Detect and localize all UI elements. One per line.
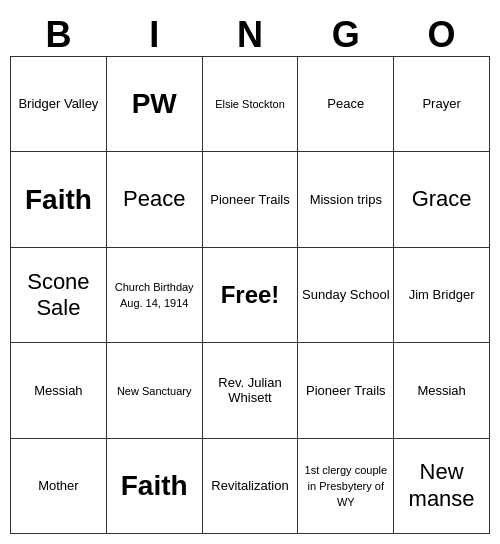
cell-r1-c3: Mission trips: [298, 152, 394, 247]
cell-r2-c3: Sunday School: [298, 247, 394, 342]
cell-r4-c4: New manse: [394, 438, 490, 533]
cell-r0-c2: Elsie Stockton: [202, 57, 298, 152]
cell-r2-c2: Free!: [202, 247, 298, 342]
cell-r1-c1: Peace: [106, 152, 202, 247]
cell-r2-c0: Scone Sale: [11, 247, 107, 342]
cell-r1-c4: Grace: [394, 152, 490, 247]
cell-r0-c3: Peace: [298, 57, 394, 152]
cell-r4-c3: 1st clergy couple in Presbytery of WY: [298, 438, 394, 533]
title-letter-b: B: [11, 14, 107, 57]
title-letter-n: N: [202, 14, 298, 57]
title-letter-o: O: [394, 14, 490, 57]
cell-r3-c1: New Sanctuary: [106, 343, 202, 438]
cell-r4-c1: Faith: [106, 438, 202, 533]
cell-r3-c3: Pioneer Trails: [298, 343, 394, 438]
cell-r0-c4: Prayer: [394, 57, 490, 152]
bingo-grid: BINGO Bridger ValleyPWElsie StocktonPeac…: [10, 14, 490, 534]
cell-r0-c1: PW: [106, 57, 202, 152]
title-letter-i: I: [106, 14, 202, 57]
cell-r1-c0: Faith: [11, 152, 107, 247]
cell-r2-c1: Church Birthday Aug. 14, 1914: [106, 247, 202, 342]
cell-r3-c2: Rev. Julian Whisett: [202, 343, 298, 438]
cell-r0-c0: Bridger Valley: [11, 57, 107, 152]
cell-r4-c0: Mother: [11, 438, 107, 533]
cell-r4-c2: Revitalization: [202, 438, 298, 533]
cell-r3-c4: Messiah: [394, 343, 490, 438]
cell-r3-c0: Messiah: [11, 343, 107, 438]
title-letter-g: G: [298, 14, 394, 57]
cell-r2-c4: Jim Bridger: [394, 247, 490, 342]
cell-r1-c2: Pioneer Trails: [202, 152, 298, 247]
